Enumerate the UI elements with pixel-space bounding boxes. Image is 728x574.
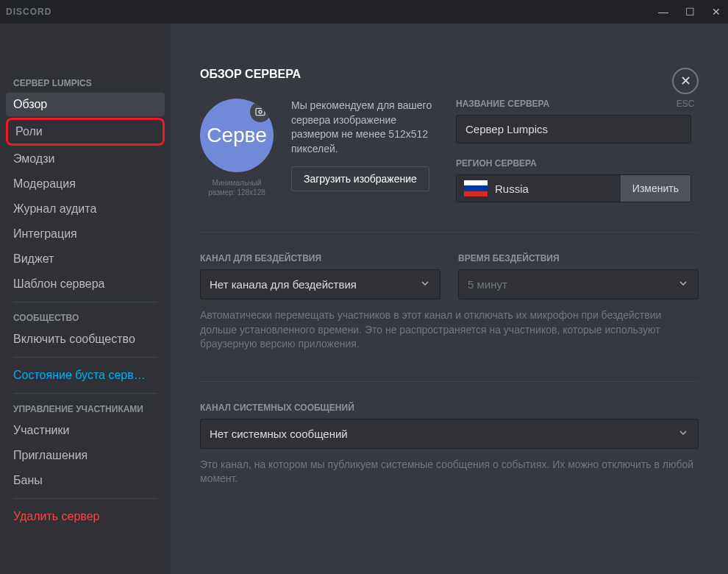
titlebar: DISCORD — ☐ ✕	[0, 0, 728, 24]
main-panel: ✕ ESC Обзор сервера Серве Минимальный ра…	[171, 24, 728, 574]
app-logo: DISCORD	[6, 7, 51, 17]
sidebar-item-invites[interactable]: Приглашения	[6, 444, 165, 467]
sidebar-header-members: Управление участниками	[6, 400, 165, 419]
svg-rect-0	[256, 108, 265, 115]
section-divider	[200, 381, 699, 382]
sidebar-divider	[13, 498, 157, 499]
server-avatar[interactable]: Серве	[200, 99, 274, 172]
avatar-placeholder-text: Серве	[207, 124, 267, 147]
system-channel-help-text: Это канал, на котором мы публикуем систе…	[200, 458, 699, 486]
sidebar-divider	[13, 302, 157, 302]
upload-image-icon[interactable]	[250, 102, 271, 122]
region-name: Russia	[495, 183, 621, 195]
sidebar-divider	[13, 357, 157, 358]
close-settings[interactable]: ✕ ESC	[672, 68, 699, 109]
chevron-down-icon	[677, 277, 689, 291]
afk-channel-select[interactable]: Нет канала для бездействия	[200, 269, 440, 300]
afk-channel-label: Канал для бездействия	[200, 253, 440, 263]
system-channel-select[interactable]: Нет системных сообщений	[200, 419, 699, 449]
afk-channel-value: Нет канала для бездействия	[210, 278, 357, 291]
sidebar-item-audit-log[interactable]: Журнал аудита	[6, 197, 165, 221]
close-window-button[interactable]: ✕	[710, 6, 722, 18]
sidebar-item-widget[interactable]: Виджет	[6, 247, 165, 271]
afk-timeout-select[interactable]: 5 минут	[458, 269, 699, 300]
russia-flag-icon	[464, 180, 488, 196]
sidebar-item-boost-status[interactable]: Состояние буста серв…	[6, 364, 165, 387]
chevron-down-icon	[419, 277, 431, 291]
avatar-size-hint: Минимальный размер: 128x128	[200, 178, 274, 197]
sidebar-item-moderation[interactable]: Модерация	[6, 172, 165, 196]
system-channel-value: Нет системных сообщений	[210, 428, 348, 440]
svg-point-1	[259, 110, 262, 113]
sidebar-item-integrations[interactable]: Интеграция	[6, 222, 165, 246]
server-name-input[interactable]	[456, 115, 691, 144]
sidebar-item-enable-community[interactable]: Включить сообщество	[6, 327, 165, 351]
server-name-label: Название сервера	[456, 99, 691, 109]
sidebar-item-emoji[interactable]: Эмодзи	[6, 147, 165, 171]
maximize-button[interactable]: ☐	[684, 6, 696, 18]
close-label: ESC	[677, 99, 695, 109]
section-divider	[200, 232, 699, 233]
afk-help-text: Автоматически перемещать участников в эт…	[200, 308, 699, 352]
afk-timeout-value: 5 минут	[468, 278, 507, 291]
upload-recommendation-text: Мы рекомендуем для вашего сервера изобра…	[291, 99, 438, 156]
afk-timeout-label: Время бездействия	[458, 253, 699, 263]
sidebar-item-overview[interactable]: Обзор	[6, 93, 165, 116]
settings-sidebar: Сервер Lumpics Обзор Роли Эмодзи Модерац…	[0, 24, 171, 574]
sidebar-item-delete-server[interactable]: Удалить сервер	[6, 505, 165, 528]
sidebar-item-roles[interactable]: Роли	[6, 118, 165, 146]
change-region-button[interactable]: Изменить	[621, 175, 690, 202]
sidebar-divider	[13, 393, 157, 394]
upload-image-button[interactable]: Загрузить изображение	[291, 166, 429, 191]
sidebar-item-bans[interactable]: Баны	[6, 469, 165, 492]
sidebar-header-community: Сообщество	[6, 308, 165, 327]
chevron-down-icon	[677, 427, 689, 441]
region-selector: Russia Изменить	[456, 174, 691, 202]
sidebar-header-server: Сервер Lumpics	[6, 74, 165, 93]
server-region-label: Регион сервера	[456, 158, 691, 169]
system-channel-label: Канал системных сообщений	[200, 403, 699, 413]
close-icon[interactable]: ✕	[672, 68, 699, 94]
minimize-button[interactable]: —	[657, 6, 669, 18]
sidebar-item-template[interactable]: Шаблон сервера	[6, 272, 165, 296]
page-title: Обзор сервера	[200, 68, 699, 81]
sidebar-item-members[interactable]: Участники	[6, 419, 165, 442]
